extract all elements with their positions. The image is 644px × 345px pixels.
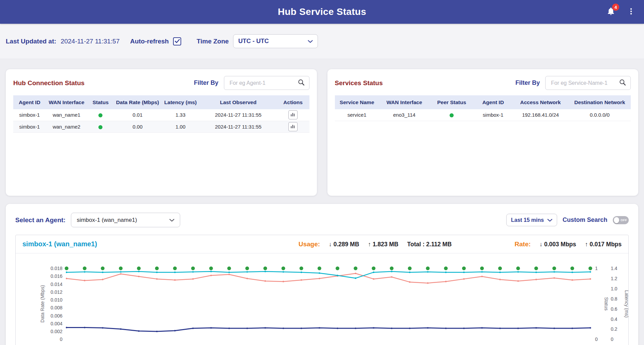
table-cell: simbox-1 bbox=[13, 109, 46, 121]
rate-label: Rate: bbox=[515, 241, 531, 248]
table-cell: service1 bbox=[335, 109, 379, 121]
services-filter: Filter By bbox=[515, 76, 631, 90]
table-cell: 1.33 bbox=[161, 109, 200, 121]
toggle-state-label: OFF bbox=[621, 218, 627, 222]
column-header: Access Network bbox=[512, 95, 569, 109]
column-header: Agent ID bbox=[474, 95, 512, 109]
svg-text:0: 0 bbox=[595, 337, 598, 342]
column-header: Latency (ms) bbox=[161, 95, 200, 109]
row-chart-action-button[interactable] bbox=[288, 122, 298, 131]
table-cell: simbox-1 bbox=[13, 121, 46, 132]
chevron-down-icon bbox=[169, 217, 174, 224]
table-cell: simbox-1 bbox=[474, 109, 512, 121]
svg-text:0.4: 0.4 bbox=[611, 317, 618, 322]
table-cell bbox=[87, 109, 114, 121]
svg-text:Data Rate (Mbps): Data Rate (Mbps) bbox=[40, 285, 45, 322]
usage-download-value: ↓ 0.289 MB bbox=[329, 241, 359, 248]
svg-text:0.002: 0.002 bbox=[51, 329, 62, 334]
table-row: simbox-1 wan_name1 0.01 1.33 2024-11-27 … bbox=[13, 109, 309, 121]
table-cell: 2024-11-27 11:31:55 bbox=[200, 109, 277, 121]
time-zone-select[interactable]: UTC - UTC bbox=[233, 34, 318, 48]
agent-controls-row: Select an Agent: simbox-1 (wan_name1) La… bbox=[15, 213, 629, 227]
svg-text:1.2: 1.2 bbox=[611, 276, 618, 281]
column-header: Last Observed bbox=[200, 95, 277, 109]
chevron-down-icon bbox=[308, 38, 313, 45]
table-row: simbox-1 wan_name2 0.00 1.00 2024-11-27 … bbox=[13, 121, 309, 132]
svg-text:0.2: 0.2 bbox=[611, 326, 618, 332]
overflow-menu-button[interactable] bbox=[627, 7, 635, 17]
search-icon[interactable] bbox=[298, 79, 305, 88]
column-header: WAN Interface bbox=[379, 95, 429, 109]
mini-bar-chart-icon bbox=[290, 112, 296, 118]
table-cell: eno3_114 bbox=[379, 109, 429, 121]
rate-upload-value: ↑ 0.017 Mbps bbox=[585, 241, 622, 248]
svg-text:Latency (ms): Latency (ms) bbox=[624, 290, 628, 318]
svg-text:0.010: 0.010 bbox=[51, 297, 62, 303]
header-actions: 4 bbox=[606, 7, 635, 17]
page-title: Hub Service Status bbox=[0, 6, 644, 17]
column-header: Data Rate (Mbps) bbox=[114, 95, 162, 109]
kebab-menu-icon bbox=[627, 7, 635, 17]
custom-search-label: Custom Search bbox=[563, 216, 607, 224]
time-range-select[interactable]: Last 15 mins bbox=[506, 214, 557, 226]
agent-chart-card: Select an Agent: simbox-1 (wan_name1) La… bbox=[6, 204, 638, 345]
services-filter-search-box bbox=[545, 76, 631, 90]
column-header: Service Name bbox=[335, 95, 379, 109]
row-chart-action-button[interactable] bbox=[288, 110, 298, 119]
services-card-head: Services Status Filter By bbox=[335, 76, 631, 90]
table-cell: 2024-11-27 11:31:55 bbox=[200, 121, 277, 132]
table-cell: 0.00 bbox=[114, 121, 162, 132]
time-range-value: Last 15 mins bbox=[511, 217, 544, 223]
hub-connection-table: Agent ID WAN Interface Status Data Rate … bbox=[13, 95, 309, 133]
chart-panel: simbox-1 (wan_name1) Usage: ↓ 0.289 MB ↑… bbox=[15, 235, 629, 345]
svg-text:0.008: 0.008 bbox=[51, 305, 62, 310]
table-cell bbox=[277, 121, 309, 132]
traffic-latency-chart: 00.0020.0040.0060.0080.0100.0120.0140.01… bbox=[16, 253, 628, 345]
custom-search-toggle[interactable]: OFF bbox=[613, 216, 629, 224]
svg-text:0.018: 0.018 bbox=[51, 266, 62, 271]
svg-text:0.8: 0.8 bbox=[611, 296, 618, 302]
hub-filter: Filter By bbox=[194, 76, 309, 90]
usage-upload-value: ↑ 1.823 MB bbox=[368, 241, 398, 248]
filter-by-label: Filter By bbox=[194, 79, 218, 87]
table-header-row: Service Name WAN Interface Peer Status A… bbox=[335, 95, 631, 109]
table-cell: 0.0.0.0/0 bbox=[569, 109, 631, 121]
table-cell bbox=[430, 109, 474, 121]
select-agent-label: Select an Agent: bbox=[15, 216, 65, 224]
hub-filter-input[interactable] bbox=[229, 80, 296, 87]
auto-refresh-label: Auto-refresh bbox=[130, 38, 169, 45]
status-up-dot bbox=[98, 125, 102, 129]
main-content: Hub Connection Status Filter By Agent ID bbox=[0, 69, 644, 345]
bell-icon bbox=[606, 11, 615, 17]
rate-stats: Rate: ↓ 0.003 Mbps ↑ 0.017 Mbps bbox=[515, 241, 622, 248]
column-header: Destination Network bbox=[569, 95, 631, 109]
table-cell bbox=[277, 109, 309, 121]
column-header: Peer Status bbox=[430, 95, 474, 109]
table-cell bbox=[87, 121, 114, 132]
svg-text:1.4: 1.4 bbox=[611, 266, 618, 271]
toggle-knob-icon bbox=[614, 217, 619, 223]
mini-bar-chart-icon bbox=[290, 123, 296, 130]
table-row: service1 eno3_114 simbox-1 192.168.41.0/… bbox=[335, 109, 631, 121]
time-zone-value: UTC - UTC bbox=[238, 38, 269, 45]
agent-select[interactable]: simbox-1 (wan_name1) bbox=[71, 213, 180, 227]
checkmark-icon bbox=[175, 38, 180, 44]
search-icon[interactable] bbox=[619, 79, 626, 88]
hub-filter-search-box bbox=[224, 76, 309, 90]
svg-text:0: 0 bbox=[611, 337, 613, 342]
services-status-title: Services Status bbox=[335, 79, 383, 87]
svg-text:0.6: 0.6 bbox=[611, 306, 618, 312]
table-cell: wan_name2 bbox=[46, 121, 87, 132]
table-cell: 192.168.41.0/24 bbox=[512, 109, 569, 121]
services-filter-input[interactable] bbox=[550, 80, 617, 87]
notifications-button[interactable]: 4 bbox=[606, 7, 615, 17]
svg-text:0.004: 0.004 bbox=[51, 321, 62, 326]
table-header-row: Agent ID WAN Interface Status Data Rate … bbox=[13, 95, 309, 109]
svg-text:0.012: 0.012 bbox=[51, 289, 62, 295]
auto-refresh-checkbox[interactable] bbox=[173, 37, 181, 45]
filter-by-label: Filter By bbox=[515, 79, 540, 87]
hub-connection-card-head: Hub Connection Status Filter By bbox=[13, 76, 309, 90]
table-cell: 0.01 bbox=[114, 109, 162, 121]
chart-title: simbox-1 (wan_name1) bbox=[22, 240, 97, 248]
hub-connection-title: Hub Connection Status bbox=[13, 79, 84, 87]
